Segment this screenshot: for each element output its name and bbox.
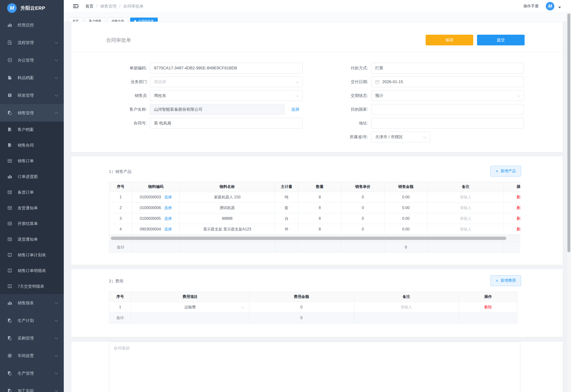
qty-cell[interactable]: 8 bbox=[298, 224, 341, 235]
sidebar-item[interactable]: 客户档案 bbox=[0, 122, 64, 137]
save-button[interactable]: 保存 bbox=[426, 35, 473, 45]
department-select[interactable]: 请选择 bbox=[150, 76, 303, 87]
unit-cell[interactable]: 套 bbox=[275, 203, 298, 213]
sidebar-item-label: 销售管理 bbox=[18, 110, 55, 116]
fee-amount-cell[interactable]: 0 bbox=[249, 302, 354, 313]
select-link[interactable]: 选择 bbox=[164, 195, 172, 199]
unit-cell[interactable]: 吨 bbox=[275, 192, 298, 203]
address-input[interactable] bbox=[371, 118, 524, 128]
select-link[interactable]: 选择 bbox=[164, 227, 172, 231]
dest-country-input[interactable] bbox=[371, 104, 524, 115]
material-name-cell[interactable]: 测试机器 bbox=[180, 203, 275, 213]
select-link[interactable]: 选择 bbox=[164, 216, 172, 221]
salesman-select[interactable]: 周桂东 bbox=[150, 90, 303, 101]
horizontal-scrollbar[interactable] bbox=[109, 235, 520, 242]
sidebar-item[interactable]: 流程管理 bbox=[0, 34, 64, 51]
breadcrumb-home[interactable]: 首页 bbox=[85, 4, 93, 9]
delete-link[interactable]: 删除 bbox=[517, 227, 521, 231]
amount-cell[interactable]: 0.00 bbox=[384, 192, 428, 203]
select-link[interactable]: 选择 bbox=[164, 206, 172, 210]
delete-link[interactable]: 删除 bbox=[517, 195, 521, 199]
material-name-cell[interactable]: 家庭机器人 150 bbox=[180, 192, 275, 203]
sidebar-item[interactable]: 研发管理 bbox=[0, 86, 64, 104]
copydoc-icon bbox=[7, 371, 12, 376]
submit-button[interactable]: 提交 bbox=[477, 35, 525, 45]
dest-country-input-value[interactable] bbox=[375, 107, 520, 112]
customer-select-link[interactable]: 选择 bbox=[291, 107, 299, 112]
remark-cell[interactable]: 请输入 bbox=[428, 213, 504, 224]
delete-link[interactable]: 删除 bbox=[517, 216, 521, 221]
sidebar-item[interactable]: 采购管理 bbox=[0, 329, 64, 347]
material-name-cell[interactable]: 显示器支架 显示器支架A123 bbox=[180, 224, 275, 235]
amount-cell[interactable]: 0.00 bbox=[384, 213, 428, 224]
vertical-scrollbar[interactable] bbox=[567, 13, 571, 392]
sidebar-item[interactable]: 经营总控 bbox=[0, 16, 64, 34]
sidebar-item[interactable]: 销售订单计划表 bbox=[0, 247, 64, 263]
sidebar-item[interactable]: 订单进度图 bbox=[0, 169, 64, 184]
collapse-sidebar-icon[interactable] bbox=[73, 4, 79, 9]
sidebar-item[interactable]: 加工车间 bbox=[0, 382, 64, 392]
sidebar-item[interactable]: 发货通知单 bbox=[0, 200, 64, 216]
address-input-value[interactable] bbox=[375, 121, 520, 126]
delivery-date-input[interactable]: 2026-01-15 bbox=[371, 76, 524, 87]
tab-item[interactable]: 客户档案 bbox=[85, 18, 105, 22]
sidebar-item[interactable]: 办公管理 bbox=[0, 51, 64, 69]
sidebar-item[interactable]: 销售报表 bbox=[0, 294, 64, 312]
material-name-cell[interactable]: 88888 bbox=[180, 213, 275, 224]
fee-item-select[interactable]: 运输费 bbox=[131, 302, 249, 313]
remark-cell[interactable]: 请输入 bbox=[428, 192, 504, 203]
doc-code-input[interactable] bbox=[150, 63, 303, 73]
contract-no-input-value[interactable] bbox=[154, 121, 299, 126]
sidebar-item[interactable]: 备货订单 bbox=[0, 184, 64, 200]
tab-item[interactable]: 首页 bbox=[69, 18, 83, 22]
add-product-button[interactable]: + 新增产品 bbox=[490, 166, 521, 177]
doc-code-input-value[interactable] bbox=[154, 66, 299, 70]
sidebar-item[interactable]: 销售合同 bbox=[0, 137, 64, 153]
chart-icon bbox=[7, 22, 12, 28]
price-cell[interactable]: 0 bbox=[341, 213, 384, 224]
delete-link[interactable]: 删除 bbox=[517, 206, 521, 210]
sidebar-item[interactable]: 销售管理 bbox=[0, 104, 64, 122]
remark-cell[interactable]: 请输入 bbox=[428, 224, 504, 235]
payment-input-value[interactable] bbox=[375, 66, 520, 70]
table-row: 10105000003选择家庭机器人 150吨800.00请输入删除 bbox=[109, 192, 521, 203]
contract-terms-textarea[interactable] bbox=[109, 342, 520, 392]
tab-active[interactable]: 合同审批单 bbox=[130, 18, 158, 22]
manual-link[interactable]: 操作手册 bbox=[523, 4, 539, 9]
chevron-down-icon bbox=[55, 336, 58, 339]
qty-cell[interactable]: 8 bbox=[298, 213, 341, 224]
unit-cell[interactable]: 件 bbox=[275, 224, 298, 235]
sidebar-item[interactable]: 7天交货明细表 bbox=[0, 279, 64, 294]
sidebar-item[interactable]: 退货通知单 bbox=[0, 231, 64, 247]
qty-cell[interactable]: 8 bbox=[298, 203, 341, 213]
products-section-title: 1）销售产品 bbox=[109, 169, 131, 177]
remark-cell[interactable]: 请输入 bbox=[428, 203, 504, 213]
amount-cell[interactable]: 0.00 bbox=[384, 224, 428, 235]
vertical-scrollbar-thumb[interactable] bbox=[567, 14, 570, 252]
delete-link[interactable]: 删除 bbox=[484, 305, 492, 309]
sidebar-item[interactable]: 生产计划 bbox=[0, 312, 64, 329]
tab-item[interactable]: 销售合同 bbox=[107, 18, 128, 22]
price-cell[interactable]: 0 bbox=[341, 224, 384, 235]
sidebar-item[interactable]: 生产管理 bbox=[0, 364, 64, 382]
price-cell[interactable]: 0 bbox=[341, 192, 384, 203]
sidebar-item[interactable]: 销售订单明细表 bbox=[0, 263, 64, 279]
chevron-down-icon[interactable] bbox=[558, 7, 561, 8]
add-fee-button[interactable]: + 新增费用 bbox=[490, 275, 521, 286]
sidebar-item[interactable]: 销售订单 bbox=[0, 153, 64, 169]
avatar[interactable]: M bbox=[546, 2, 554, 11]
qty-cell[interactable]: 8 bbox=[298, 192, 341, 203]
contract-no-input[interactable] bbox=[150, 118, 303, 128]
sidebar-item[interactable]: 开票结算单 bbox=[0, 216, 64, 231]
price-cell[interactable]: 0 bbox=[341, 203, 384, 213]
sidebar-item[interactable]: 料品档案 bbox=[0, 69, 64, 86]
sidebar-item[interactable]: 车间设置 bbox=[0, 347, 64, 364]
delivery-status-select[interactable]: 预计 bbox=[371, 90, 524, 101]
remark-cell[interactable]: 请输入 bbox=[354, 302, 459, 313]
sales-products-card: 1）销售产品 + 新增产品 序号物料编码物料名称主计量数量销售单价销售金额备注操… bbox=[71, 156, 563, 265]
unit-cell[interactable]: 台 bbox=[275, 213, 298, 224]
province-select[interactable]: 天津市 / 市辖区 bbox=[371, 132, 430, 142]
payment-input[interactable] bbox=[371, 63, 524, 73]
horizontal-scrollbar-thumb[interactable] bbox=[111, 237, 506, 240]
amount-cell[interactable]: 0.00 bbox=[384, 203, 428, 213]
